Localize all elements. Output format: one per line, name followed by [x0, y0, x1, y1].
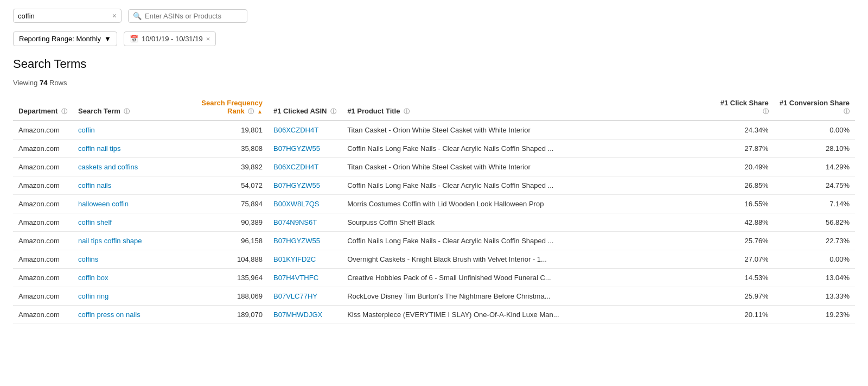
cell-rank: 104,888	[192, 250, 268, 269]
keyword-search-box[interactable]: ×	[13, 9, 122, 23]
cell-click-share: 42.88%	[714, 213, 774, 232]
table-row: Amazon.com coffin ring 188,069 B07VLC77H…	[13, 287, 855, 306]
cell-asin[interactable]: B06XCZDH4T	[268, 121, 342, 140]
cell-click-share: 24.34%	[714, 121, 774, 140]
cell-click-share: 14.53%	[714, 269, 774, 287]
reporting-range-button[interactable]: Reporting Range: Monthly ▼	[13, 31, 117, 46]
asin-search-box[interactable]: 🔍	[128, 9, 247, 23]
cell-rank: 96,158	[192, 232, 268, 250]
cell-search-term[interactable]: coffins	[73, 250, 192, 269]
dropdown-icon: ▼	[104, 35, 111, 43]
cell-search-term[interactable]: coffin press on nails	[73, 306, 192, 324]
cell-search-term[interactable]: coffin shelf	[73, 213, 192, 232]
search-icon: 🔍	[133, 12, 142, 20]
table-row: Amazon.com coffin box 135,964 B07H4VTHFC…	[13, 269, 855, 287]
cell-department: Amazon.com	[13, 176, 73, 195]
cell-asin[interactable]: B07VLC77HY	[268, 287, 342, 306]
cell-conv-share: 0.00%	[774, 250, 855, 269]
cell-product-title: Titan Casket - Orion White Steel Casket …	[342, 158, 714, 176]
cell-rank: 54,072	[192, 176, 268, 195]
cell-conv-share: 14.29%	[774, 158, 855, 176]
keyword-clear-icon[interactable]: ×	[112, 11, 117, 20]
cell-click-share: 16.55%	[714, 195, 774, 213]
cell-product-title: Overnight Caskets - Knight Black Brush w…	[342, 250, 714, 269]
cell-asin[interactable]: B074N9NS6T	[268, 213, 342, 232]
cell-click-share: 25.76%	[714, 232, 774, 250]
cell-search-term[interactable]: coffin ring	[73, 287, 192, 306]
table-row: Amazon.com coffin 19,801 B06XCZDH4T Tita…	[13, 121, 855, 140]
cell-rank: 39,892	[192, 158, 268, 176]
cell-asin[interactable]: B07MHWDJGX	[268, 306, 342, 324]
header-sfr[interactable]: Search Frequency Rank ⓘ ▲	[192, 94, 268, 121]
date-range-text: 10/01/19 - 10/31/19	[142, 35, 203, 43]
date-range-filter: 📅 10/01/19 - 10/31/19 ×	[124, 31, 216, 46]
top-bar: × 🔍	[13, 9, 855, 23]
table-row: Amazon.com nail tips coffin shape 96,158…	[13, 232, 855, 250]
cell-search-term[interactable]: halloween coffin	[73, 195, 192, 213]
page-title: Search Terms	[13, 57, 855, 71]
cell-search-term[interactable]: nail tips coffin shape	[73, 232, 192, 250]
cell-conv-share: 19.23%	[774, 306, 855, 324]
conv-share-info-icon: ⓘ	[844, 108, 850, 115]
cell-rank: 19,801	[192, 121, 268, 140]
click-share-info-icon: ⓘ	[763, 108, 769, 115]
cell-search-term[interactable]: coffin nails	[73, 176, 192, 195]
search-terms-table: Department ⓘ Search Term ⓘ Search Freque…	[13, 94, 855, 324]
header-click-share: #1 Click Share ⓘ	[714, 94, 774, 121]
cell-rank: 135,964	[192, 269, 268, 287]
cell-department: Amazon.com	[13, 158, 73, 176]
calendar-icon: 📅	[130, 35, 138, 43]
viewing-prefix: Viewing	[13, 79, 40, 87]
cell-conv-share: 56.82%	[774, 213, 855, 232]
date-range-close-icon[interactable]: ×	[206, 35, 210, 43]
header-product-title: #1 Product Title ⓘ	[342, 94, 714, 121]
cell-asin[interactable]: B06XCZDH4T	[268, 158, 342, 176]
cell-conv-share: 13.04%	[774, 269, 855, 287]
cell-rank: 189,070	[192, 306, 268, 324]
header-search-term: Search Term ⓘ	[73, 94, 192, 121]
cell-product-title: Coffin Nails Long Fake Nails - Clear Acr…	[342, 140, 714, 158]
keyword-search-input[interactable]	[18, 12, 112, 20]
cell-click-share: 27.87%	[714, 140, 774, 158]
table-row: Amazon.com coffin nail tips 35,808 B07HG…	[13, 140, 855, 158]
cell-click-share: 26.85%	[714, 176, 774, 195]
cell-product-title: Coffin Nails Long Fake Nails - Clear Acr…	[342, 176, 714, 195]
cell-conv-share: 13.33%	[774, 287, 855, 306]
table-row: Amazon.com halloween coffin 75,894 B00XW…	[13, 195, 855, 213]
header-conv-share: #1 Conversion Share ⓘ	[774, 94, 855, 121]
cell-search-term[interactable]: coffin nail tips	[73, 140, 192, 158]
header-clicked-asin: #1 Clicked ASIN ⓘ	[268, 94, 342, 121]
cell-asin[interactable]: B07HGYZW55	[268, 140, 342, 158]
cell-search-term[interactable]: coffin box	[73, 269, 192, 287]
cell-department: Amazon.com	[13, 269, 73, 287]
cell-product-title: Kiss Masterpiece (EVERYTIME I SLAY) One-…	[342, 306, 714, 324]
table-row: Amazon.com coffin nails 54,072 B07HGYZW5…	[13, 176, 855, 195]
cell-rank: 188,069	[192, 287, 268, 306]
cell-asin[interactable]: B07H4VTHFC	[268, 269, 342, 287]
asin-search-input[interactable]	[145, 12, 242, 20]
cell-department: Amazon.com	[13, 232, 73, 250]
cell-asin[interactable]: B01KYIFD2C	[268, 250, 342, 269]
table-row: Amazon.com caskets and coffins 39,892 B0…	[13, 158, 855, 176]
sfr-info-icon: ⓘ	[248, 108, 254, 115]
cell-department: Amazon.com	[13, 140, 73, 158]
cell-asin[interactable]: B00XW8L7QS	[268, 195, 342, 213]
cell-search-term[interactable]: coffin	[73, 121, 192, 140]
cell-department: Amazon.com	[13, 195, 73, 213]
cell-search-term[interactable]: caskets and coffins	[73, 158, 192, 176]
table-row: Amazon.com coffin press on nails 189,070…	[13, 306, 855, 324]
cell-conv-share: 24.75%	[774, 176, 855, 195]
cell-department: Amazon.com	[13, 306, 73, 324]
cell-rank: 90,389	[192, 213, 268, 232]
table-row: Amazon.com coffins 104,888 B01KYIFD2C Ov…	[13, 250, 855, 269]
viewing-count: 74	[40, 79, 47, 87]
cell-product-title: Morris Costumes Coffin with Lid Wooden L…	[342, 195, 714, 213]
cell-product-title: Sourpuss Coffin Shelf Black	[342, 213, 714, 232]
cell-click-share: 20.11%	[714, 306, 774, 324]
cell-product-title: RockLove Disney Tim Burton's The Nightma…	[342, 287, 714, 306]
cell-asin[interactable]: B07HGYZW55	[268, 232, 342, 250]
cell-conv-share: 28.10%	[774, 140, 855, 158]
cell-click-share: 27.07%	[714, 250, 774, 269]
cell-department: Amazon.com	[13, 250, 73, 269]
cell-asin[interactable]: B07HGYZW55	[268, 176, 342, 195]
